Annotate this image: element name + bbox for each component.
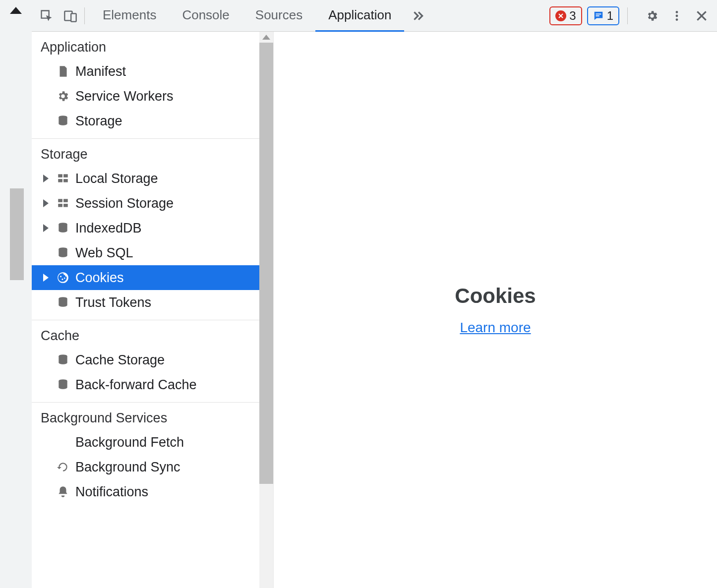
sidebar-item-label: Local Storage [75, 171, 158, 186]
expand-icon [43, 175, 49, 182]
sidebar-item-background-fetch[interactable]: Background Fetch [32, 430, 260, 455]
error-count-badge[interactable]: 3 [549, 6, 582, 25]
svg-rect-2 [596, 13, 601, 14]
sidebar-item-label: Web SQL [75, 245, 133, 261]
inspect-element-button[interactable] [35, 4, 59, 28]
error-count-value: 3 [569, 9, 576, 23]
sidebar-section-application: Application Manifest Service Workers [32, 32, 260, 139]
error-icon [555, 10, 566, 21]
svg-rect-14 [58, 204, 62, 207]
table-icon [56, 197, 70, 210]
devtools-panel: Elements Console Sources Application 3 1 [32, 0, 717, 588]
sidebar-item-label: Storage [75, 114, 122, 129]
transfer-icon [56, 436, 70, 449]
sidebar-item-label: Service Workers [75, 89, 174, 104]
database-icon [56, 246, 70, 259]
bell-icon [56, 485, 70, 498]
section-title-application: Application [32, 32, 260, 59]
svg-rect-13 [63, 199, 68, 202]
page-scrollbar-thumb[interactable] [10, 188, 24, 280]
sync-icon [56, 461, 70, 473]
database-icon [56, 378, 70, 391]
devtools-tabs: Elements Console Sources Application [90, 0, 404, 32]
settings-button[interactable] [640, 4, 664, 28]
svg-rect-11 [63, 179, 68, 182]
svg-point-5 [676, 14, 678, 17]
issues-count-badge[interactable]: 1 [587, 6, 619, 25]
section-title-background-services: Background Services [32, 403, 260, 430]
application-sidebar: Application Manifest Service Workers [32, 32, 274, 588]
svg-point-4 [676, 11, 678, 13]
devtools-toolbar: Elements Console Sources Application 3 1 [32, 0, 717, 32]
database-icon [56, 296, 70, 309]
caret-up-icon[interactable] [10, 7, 22, 14]
sidebar-item-label: Back-forward Cache [75, 377, 197, 393]
sidebar-item-label: Notifications [75, 484, 148, 500]
tab-application[interactable]: Application [315, 0, 404, 32]
chevron-double-right-icon [412, 9, 424, 22]
sidebar-item-indexeddb[interactable]: IndexedDB [32, 216, 260, 240]
issues-count-value: 1 [607, 9, 613, 23]
sidebar-item-label: Trust Tokens [75, 295, 151, 310]
tab-elements[interactable]: Elements [90, 0, 169, 32]
expand-icon [43, 199, 49, 207]
svg-point-20 [64, 278, 65, 279]
gear-icon [56, 90, 70, 103]
sidebar-scrollbar[interactable] [259, 32, 273, 588]
svg-rect-1 [71, 13, 76, 21]
sidebar-item-trust-tokens[interactable]: Trust Tokens [32, 290, 260, 315]
toolbar-separator-2 [627, 7, 628, 24]
close-devtools-button[interactable] [689, 4, 714, 28]
sidebar-item-label: Background Sync [75, 460, 180, 475]
device-toolbar-button[interactable] [59, 4, 82, 28]
tab-sources[interactable]: Sources [242, 0, 315, 32]
more-vertical-icon [670, 9, 683, 22]
section-title-cache: Cache [32, 320, 260, 348]
tab-console[interactable]: Console [169, 0, 242, 32]
sidebar-item-notifications[interactable]: Notifications [32, 479, 260, 504]
svg-rect-3 [596, 15, 599, 16]
sidebar-item-label: IndexedDB [75, 221, 142, 236]
devtools-body: Application Manifest Service Workers [32, 32, 717, 588]
sidebar-item-label: Manifest [75, 64, 126, 79]
main-heading: Cookies [455, 284, 536, 308]
sidebar-item-local-storage[interactable]: Local Storage [32, 166, 260, 191]
svg-rect-9 [63, 174, 68, 177]
cookie-icon [56, 271, 70, 284]
scroll-up-icon [262, 35, 270, 40]
sidebar-item-storage[interactable]: Storage [32, 109, 260, 133]
svg-rect-15 [63, 204, 68, 207]
svg-rect-12 [58, 199, 62, 202]
sidebar-item-service-workers[interactable]: Service Workers [32, 84, 260, 109]
sidebar-section-storage: Storage Local Storage Session Storage [32, 139, 260, 320]
sidebar-item-back-forward-cache[interactable]: Back-forward Cache [32, 372, 260, 397]
sidebar-item-session-storage[interactable]: Session Storage [32, 191, 260, 216]
page-gutter [0, 0, 32, 588]
gear-icon [646, 9, 658, 22]
svg-point-19 [61, 279, 63, 280]
close-icon [695, 9, 708, 22]
sidebar-scrollbar-thumb[interactable] [259, 43, 273, 484]
svg-rect-10 [58, 179, 62, 182]
more-options-button[interactable] [664, 4, 689, 28]
sidebar-section-cache: Cache Cache Storage Back-forward Cache [32, 320, 260, 403]
devices-icon [63, 9, 77, 23]
more-tabs-button[interactable] [406, 4, 430, 28]
file-icon [56, 65, 70, 78]
database-icon [56, 115, 70, 127]
svg-point-6 [676, 18, 678, 21]
sidebar-item-cache-storage[interactable]: Cache Storage [32, 348, 260, 372]
sidebar-item-manifest[interactable]: Manifest [32, 59, 260, 84]
sidebar-item-label: Session Storage [75, 196, 174, 211]
sidebar-item-label: Cache Storage [75, 353, 165, 368]
section-title-storage: Storage [32, 139, 260, 166]
database-icon [56, 222, 70, 235]
sidebar-item-label: Background Fetch [75, 435, 184, 450]
main-panel: Cookies Learn more [274, 32, 717, 588]
learn-more-link[interactable]: Learn more [460, 320, 531, 336]
sidebar-item-websql[interactable]: Web SQL [32, 240, 260, 265]
sidebar-item-background-sync[interactable]: Background Sync [32, 455, 260, 479]
table-icon [56, 172, 70, 185]
sidebar-item-cookies[interactable]: Cookies [32, 265, 260, 290]
expand-icon [43, 274, 49, 282]
